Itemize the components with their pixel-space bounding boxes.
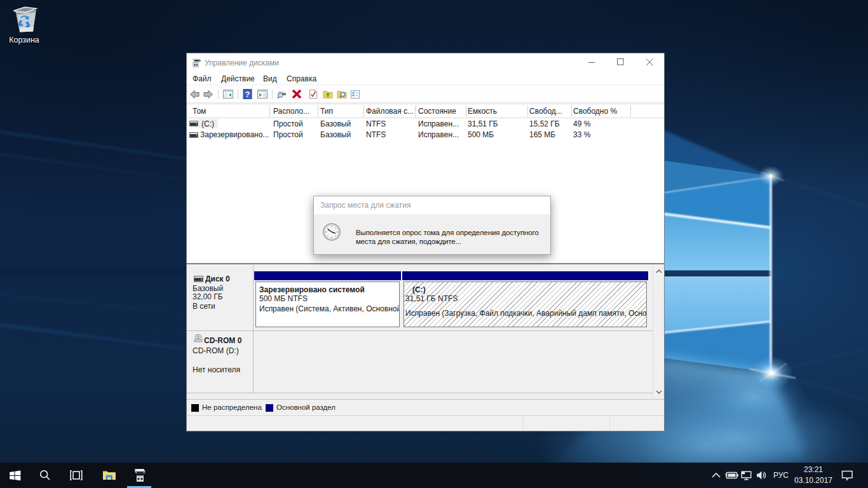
svg-text:?: ? bbox=[245, 90, 250, 99]
